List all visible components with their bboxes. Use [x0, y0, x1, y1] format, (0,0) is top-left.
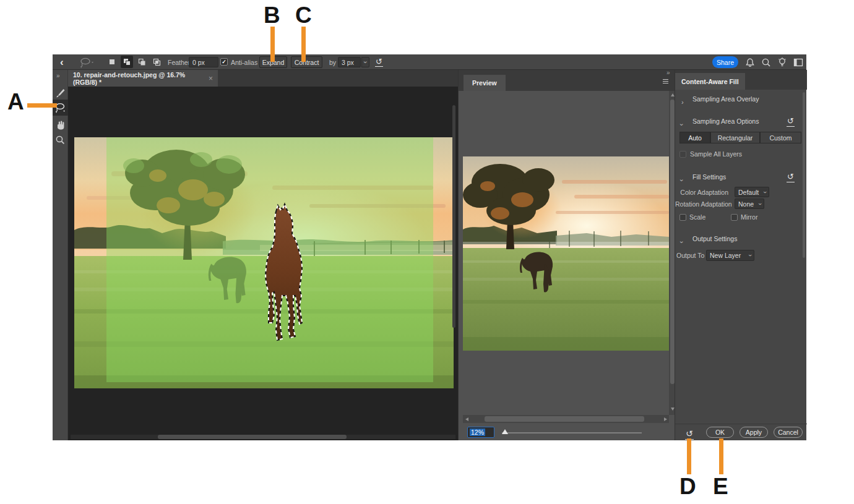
sampling-brush-tool[interactable] [53, 85, 68, 101]
preview-tab-label: Preview [472, 79, 497, 87]
scroll-left-arrow-icon[interactable] [465, 417, 468, 421]
output-settings-label[interactable]: Output Settings [692, 235, 737, 242]
zoom-tool[interactable] [53, 132, 68, 148]
annotation-letter-d: D [679, 475, 696, 498]
mirror-label: Mirror [741, 213, 757, 221]
new-selection-mode-button[interactable] [106, 56, 118, 68]
check-icon: ✓ [222, 59, 226, 65]
annotation-line-a [27, 103, 57, 108]
sampling-custom-label: Custom [769, 134, 791, 142]
preview-image[interactable] [463, 156, 669, 351]
preview-vertical-scrollbar[interactable] [670, 100, 675, 384]
scale-label: Scale [689, 213, 705, 221]
reset-tool-button[interactable]: ↺ [375, 54, 383, 70]
rotation-adaptation-value: None [738, 200, 754, 208]
fill-settings-section[interactable]: › [681, 174, 683, 185]
antialias-label: Anti-alias [231, 54, 257, 70]
annotation-line-d [687, 438, 691, 474]
antialias-checkbox[interactable]: ✓ [220, 58, 228, 66]
contract-button[interactable]: Contract [291, 56, 322, 68]
lasso-tool-selected[interactable] [53, 100, 68, 116]
preview-panel: Preview » [458, 70, 675, 440]
sampling-area-options-section[interactable]: › [681, 118, 683, 129]
caf-tab[interactable]: Content-Aware Fill [675, 73, 745, 90]
photoshop-window: ‹ [53, 54, 806, 440]
close-icon[interactable]: × [209, 74, 213, 83]
back-button[interactable]: ‹ [60, 54, 64, 70]
annotation-line-e [719, 438, 723, 474]
search-button[interactable] [761, 54, 772, 70]
add-to-selection-mode-button[interactable] [121, 56, 133, 68]
subtract-selection-icon [137, 57, 147, 67]
panel-scrollbar[interactable] [803, 92, 805, 258]
feather-input[interactable]: 0 px [189, 57, 218, 67]
rotation-adaptation-dropdown[interactable]: None › [735, 199, 764, 209]
tools-panel: » [53, 70, 68, 440]
preview-zoom-slider-track[interactable] [502, 432, 642, 434]
cancel-button[interactable]: Cancel [774, 427, 803, 438]
sampling-auto-button[interactable]: Auto [679, 132, 710, 143]
rotation-adaptation-label: Rotation Adaptation [675, 200, 728, 208]
expand-tools-icon[interactable]: » [56, 72, 60, 79]
by-amount-select[interactable]: 3 px [338, 57, 361, 67]
hand-tool[interactable] [53, 117, 68, 133]
document-image[interactable] [74, 137, 454, 388]
notifications-button[interactable] [744, 54, 756, 70]
annotation-letter-a: A [7, 90, 24, 113]
chevron-down-icon: › [756, 203, 762, 205]
by-amount-dropdown-arrow[interactable]: › [361, 57, 369, 67]
preview-zoom-input[interactable]: 12% [467, 427, 494, 438]
lightbulb-icon [777, 57, 788, 68]
document-tab[interactable]: 10. repair-and-retouch.jpeg @ 16.7% (RGB… [68, 70, 218, 87]
ok-button[interactable]: OK [706, 427, 734, 438]
sampling-area-overlay-label[interactable]: Sampling Area Overlay [692, 95, 759, 103]
document-horizontal-scrollbar[interactable] [158, 435, 347, 439]
mirror-checkbox[interactable] [731, 214, 738, 221]
preview-zoom-slider-thumb[interactable] [502, 429, 508, 434]
subtract-from-selection-mode-button[interactable] [136, 56, 148, 68]
sampling-rectangular-label: Rectangular [718, 134, 753, 142]
output-to-dropdown[interactable]: New Layer › [706, 250, 754, 261]
annotation-letter-b: B [264, 4, 280, 27]
sampling-area-options-label[interactable]: Sampling Area Options [692, 117, 759, 125]
preview-tab-bar: Preview » [459, 70, 675, 91]
sampling-rectangular-button[interactable]: Rectangular [710, 132, 760, 143]
annotation-letter-e: E [713, 475, 728, 498]
preview-tab[interactable]: Preview [464, 75, 506, 91]
preview-horizontal-scrollbar[interactable] [485, 416, 644, 422]
intersect-selection-mode-button[interactable] [150, 56, 163, 68]
color-adaptation-dropdown[interactable]: Default › [735, 187, 769, 197]
reset-fill-settings-button[interactable]: ↺ [787, 171, 795, 182]
search-icon [761, 57, 772, 68]
reset-icon: ↺ [787, 116, 795, 127]
output-to-label: Output To [676, 252, 704, 259]
share-button[interactable]: Share [712, 56, 738, 68]
workspace-button[interactable] [793, 54, 804, 70]
workspace-layout-icon [793, 57, 804, 68]
discover-button[interactable] [777, 54, 788, 70]
collapse-panel-icon[interactable]: » [666, 69, 670, 76]
document-vertical-scrollbar[interactable] [452, 105, 455, 328]
scale-checkbox[interactable] [679, 214, 686, 221]
output-settings-section[interactable]: › [681, 236, 683, 247]
by-label: by [329, 54, 336, 70]
apply-button[interactable]: Apply [740, 427, 768, 438]
panel-action-bar: ↺ OK Apply Cancel [675, 424, 807, 440]
contract-button-label: Contract [295, 59, 319, 66]
bell-icon [744, 57, 756, 68]
preview-zoom-value: 12% [470, 429, 485, 436]
scroll-right-arrow-icon[interactable] [664, 417, 667, 421]
sampling-area-overlay-section[interactable]: › [681, 96, 684, 107]
panel-menu-icon[interactable] [663, 78, 668, 85]
back-chevron-icon: ‹ [60, 56, 64, 69]
magnifier-icon [55, 135, 66, 145]
fill-settings-label[interactable]: Fill Settings [692, 173, 726, 181]
reset-sampling-options-button[interactable]: ↺ [787, 115, 795, 126]
sampling-auto-label: Auto [688, 134, 702, 142]
reset-all-button[interactable]: ↺ [685, 428, 694, 439]
document-canvas[interactable] [68, 87, 458, 440]
sampling-custom-button[interactable]: Custom [760, 132, 801, 143]
new-selection-icon [110, 59, 114, 64]
brush-icon [55, 88, 66, 98]
ok-button-label: OK [715, 429, 725, 436]
